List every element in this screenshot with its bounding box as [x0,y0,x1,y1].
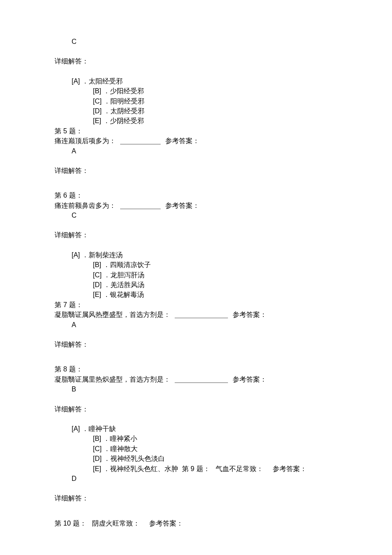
blank-line [120,203,161,209]
option-b: [B] ．瞳神紧小 [55,434,366,443]
answer-prev: C [72,38,77,45]
option-a: [A] ．瞳神干缺 [55,424,366,434]
q8-header: 第 8 题： [55,365,366,374]
q7-line: 凝脂翳证属风热壅盛型，首选方剂是： 参考答案： [55,310,366,319]
q5-answer: A [72,147,76,155]
detail-label: 详细解答： [55,57,366,66]
blank-line [120,138,161,144]
option-c: [C] ．龙胆泻肝汤 [55,270,366,280]
detail-label: 详细解答： [55,405,366,414]
q6-header: 第 6 题： [55,191,366,200]
option-d: [D] ．羌活胜风汤 [55,280,366,290]
q10-line: 第 10 题： 阴虚火旺常致： 参考答案： [55,519,366,528]
option-b: [B] ．少阳经受邪 [55,86,366,96]
detail-label: 详细解答： [55,494,366,503]
q6-answer: C [72,212,77,219]
option-d: [D] ．视神经乳头色淡白 [55,454,366,463]
q5-header: 第 5 题： [55,127,366,136]
q8-answer: B [72,385,76,393]
blank-line [175,312,228,318]
option-e: [E] ．银花解毒汤 [55,290,366,299]
option-c: [C] ．阳明经受邪 [55,97,366,106]
option-e-q9: [E] ．视神经乳头色红、水肿 第 9 题： 气血不足常致： 参考答案： [55,464,366,474]
option-e: [E] ．少阴经受邪 [55,116,366,126]
option-d: [D] ．太阴经受邪 [55,106,366,116]
option-b: [B] ．四顺清凉饮子 [55,260,366,270]
option-a: [A] ．太阳经受邪 [55,77,366,86]
option-a: [A] ．新制柴连汤 [55,250,366,260]
q5-line: 痛连巅顶后项多为： 参考答案： [55,136,366,146]
detail-label: 详细解答： [55,230,366,240]
blank-line [175,377,228,383]
q7-answer: A [72,321,76,328]
q6-line: 痛连前额鼻齿多为： 参考答案： [55,201,366,210]
option-c: [C] ．瞳神散大 [55,444,366,454]
q8-line: 凝脂翳证属里热炽盛型，首选方剂是： 参考答案： [55,375,366,384]
detail-label: 详细解答： [55,166,366,175]
q7-header: 第 7 题： [55,300,366,310]
q9-answer: D [72,475,77,482]
detail-label: 详细解答： [55,340,366,349]
